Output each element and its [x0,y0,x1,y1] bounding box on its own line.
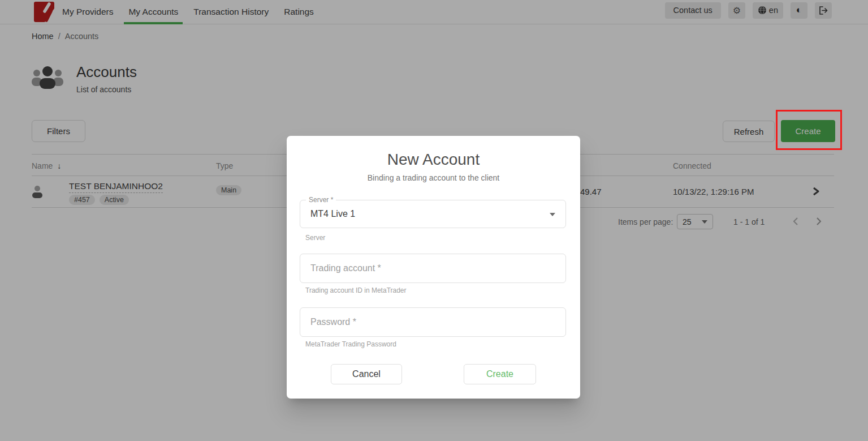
password-hint: MetaTrader Trading Password [305,340,396,348]
server-select-value: MT4 Live 1 [310,200,355,228]
trading-account-hint: Trading account ID in MetaTrader [305,286,407,294]
trading-account-input[interactable] [300,254,566,283]
page: My Providers My Accounts Transaction His… [0,0,868,441]
password-input[interactable] [300,307,566,337]
server-hint: Server [305,234,325,242]
dialog-cancel-button[interactable]: Cancel [331,364,402,384]
dialog-title: New Account [287,151,580,169]
dialog-create-button[interactable]: Create [464,364,536,384]
server-select[interactable]: Server * MT4 Live 1 [300,200,566,228]
dialog-subtitle: Binding a trading account to the client [287,173,580,182]
new-account-dialog: New Account Binding a trading account to… [287,136,580,399]
server-select-caret-icon [550,213,555,216]
